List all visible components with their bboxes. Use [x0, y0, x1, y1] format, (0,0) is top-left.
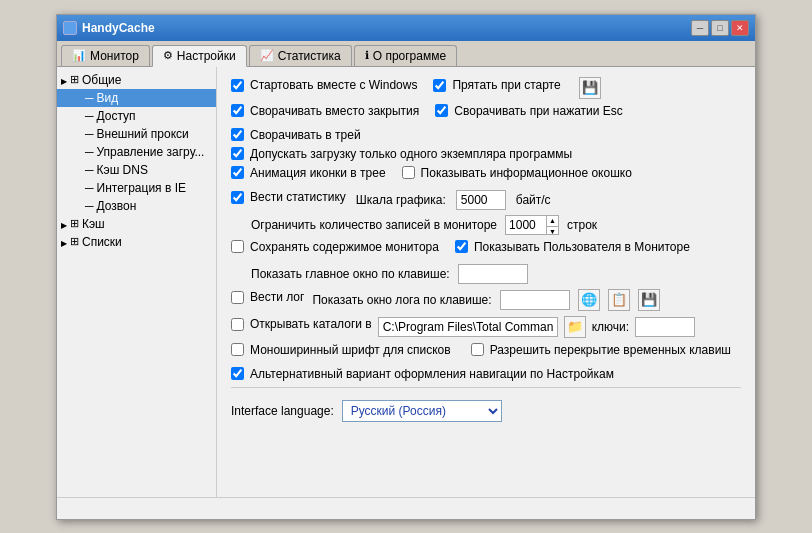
allow-override-row: Разрешить перекрытие временных клавиш — [471, 343, 731, 357]
minimize-button[interactable]: ─ — [691, 20, 709, 36]
language-select[interactable]: Русский (Россия) — [342, 400, 502, 422]
cache-tree-icon: ⊞ — [70, 217, 79, 230]
stats-row: Вести статистику — [231, 190, 346, 204]
mono-font-row: Моноширинный шрифт для списков — [231, 343, 451, 357]
sidebar: ⊞ Общие ─ Вид ─ Доступ ─ Внешний прокси — [57, 67, 217, 497]
globe-icon-button[interactable]: 🌐 — [578, 289, 600, 311]
alt-nav-label: Альтернативный вариант оформления навига… — [250, 367, 614, 381]
tray-label: Сворачивать в трей — [250, 128, 361, 142]
minimize-close-label: Сворачивать вместо закрытия — [250, 104, 419, 118]
open-catalogs-checkbox[interactable] — [231, 318, 244, 331]
tab-stats[interactable]: 📈 Статистика — [249, 45, 352, 66]
save-monitor-row: Сохранять содержимое монитора — [231, 240, 439, 254]
cache-expand-icon — [61, 217, 67, 231]
spinner-down-icon[interactable]: ▼ — [547, 227, 558, 237]
catalog-path-input[interactable] — [378, 317, 558, 337]
minimize-close-checkbox[interactable] — [231, 104, 244, 117]
show-user-checkbox[interactable] — [455, 240, 468, 253]
sidebar-item-dial[interactable]: ─ Дозвон — [57, 197, 216, 215]
monitor-icon: 📊 — [72, 49, 86, 62]
main-hotkey-label: Показать главное окно по клавише: — [251, 267, 450, 281]
sidebar-item-general[interactable]: ⊞ Общие — [57, 71, 216, 89]
disk-icon-button[interactable]: 💾 — [638, 289, 660, 311]
startup-checkbox[interactable] — [231, 79, 244, 92]
minimize-esc-label: Сворачивать при нажатии Esc — [454, 104, 623, 118]
show-info-checkbox[interactable] — [402, 166, 415, 179]
keys-label: ключи: — [592, 320, 629, 334]
animate-checkbox[interactable] — [231, 166, 244, 179]
status-bar — [57, 497, 755, 519]
keys-input[interactable] — [635, 317, 695, 337]
maximize-button[interactable]: □ — [711, 20, 729, 36]
startup-row: Стартовать вместе с Windows — [231, 78, 417, 92]
tray-checkbox[interactable] — [231, 128, 244, 141]
sidebar-item-dns[interactable]: ─ Кэш DNS — [57, 161, 216, 179]
save-monitor-label: Сохранять содержимое монитора — [250, 240, 439, 254]
graph-scale-unit: байт/с — [516, 193, 551, 207]
sidebar-item-access[interactable]: ─ Доступ — [57, 107, 216, 125]
records-unit: строк — [567, 218, 597, 232]
sidebar-item-lists[interactable]: ⊞ Списки — [57, 233, 216, 251]
view-dash-icon: ─ — [85, 91, 94, 105]
copy-icon-button[interactable]: 📋 — [608, 289, 630, 311]
save-monitor-checkbox[interactable] — [231, 240, 244, 253]
log-label: Вести лог — [250, 290, 304, 304]
log-hotkey-input[interactable] — [500, 290, 570, 310]
show-user-label: Показывать Пользователя в Мониторе — [474, 240, 690, 254]
graph-scale-input[interactable] — [456, 190, 506, 210]
sidebar-item-ie[interactable]: ─ Интеграция в IE — [57, 179, 216, 197]
open-catalogs-label: Открывать каталоги в — [250, 317, 372, 331]
tab-about[interactable]: ℹ О программе — [354, 45, 457, 66]
alt-nav-checkbox[interactable] — [231, 367, 244, 380]
single-instance-checkbox[interactable] — [231, 147, 244, 160]
manage-dash-icon: ─ — [85, 145, 94, 159]
minimize-esc-row: Сворачивать при нажатии Esc — [435, 104, 623, 118]
records-limit-label: Ограничить количество записей в мониторе — [231, 218, 497, 232]
log-checkbox[interactable] — [231, 291, 244, 304]
about-icon: ℹ — [365, 49, 369, 62]
sidebar-item-proxy[interactable]: ─ Внешний прокси — [57, 125, 216, 143]
main-hotkey-input[interactable] — [458, 264, 528, 284]
content-area: ⊞ Общие ─ Вид ─ Доступ ─ Внешний прокси — [57, 67, 755, 497]
language-row: Interface language: Русский (Россия) — [231, 400, 741, 422]
title-bar-left: HandyCache — [63, 21, 155, 35]
mono-font-label: Моноширинный шрифт для списков — [250, 343, 451, 357]
folder-icon-button[interactable]: 📁 — [564, 316, 586, 338]
records-spinner[interactable]: ▲ ▼ — [546, 216, 558, 234]
log-hotkey-label: Показать окно лога по клавише: — [312, 293, 491, 307]
close-button[interactable]: ✕ — [731, 20, 749, 36]
sidebar-item-cache[interactable]: ⊞ Кэш — [57, 215, 216, 233]
hide-on-start-checkbox[interactable] — [433, 79, 446, 92]
minimize-esc-checkbox[interactable] — [435, 104, 448, 117]
startup-label: Стартовать вместе с Windows — [250, 78, 417, 92]
alt-nav-row: Альтернативный вариант оформления навига… — [231, 367, 741, 381]
single-instance-label: Допускать загрузку только одного экземпл… — [250, 147, 572, 161]
graph-scale-label: Шкала графика: — [356, 193, 446, 207]
access-dash-icon: ─ — [85, 109, 94, 123]
spinner-up-icon[interactable]: ▲ — [547, 216, 558, 227]
language-label: Interface language: — [231, 404, 334, 418]
tab-monitor[interactable]: 📊 Монитор — [61, 45, 150, 66]
mono-font-checkbox[interactable] — [231, 343, 244, 356]
single-instance-row: Допускать загрузку только одного экземпл… — [231, 147, 741, 161]
title-bar: HandyCache ─ □ ✕ — [57, 15, 755, 41]
tab-settings[interactable]: ⚙ Настройки — [152, 45, 247, 67]
settings-panel: Стартовать вместе с Windows Прятать при … — [217, 67, 755, 497]
sidebar-item-manage[interactable]: ─ Управление загру... — [57, 143, 216, 161]
general-expand-icon — [61, 73, 67, 87]
records-limit-input[interactable] — [506, 216, 546, 234]
stats-checkbox[interactable] — [231, 191, 244, 204]
allow-override-checkbox[interactable] — [471, 343, 484, 356]
save-icon-button[interactable]: 💾 — [579, 77, 601, 99]
lists-tree-icon: ⊞ — [70, 235, 79, 248]
dns-dash-icon: ─ — [85, 163, 94, 177]
title-bar-buttons: ─ □ ✕ — [691, 20, 749, 36]
tray-row: Сворачивать в трей — [231, 128, 741, 142]
app-icon — [63, 21, 77, 35]
tab-bar: 📊 Монитор ⚙ Настройки 📈 Статистика ℹ О п… — [57, 41, 755, 67]
separator — [231, 387, 741, 388]
show-user-row: Показывать Пользователя в Мониторе — [455, 240, 690, 254]
show-info-label: Показывать информационное окошко — [421, 166, 632, 180]
sidebar-item-view[interactable]: ─ Вид — [57, 89, 216, 107]
allow-override-label: Разрешить перекрытие временных клавиш — [490, 343, 731, 357]
